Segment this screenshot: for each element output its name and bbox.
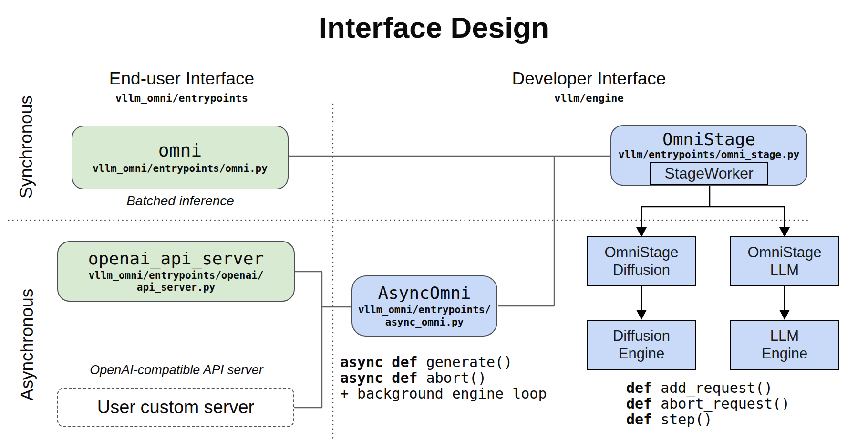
omni-stage-diffusion-line1: OmniStage xyxy=(604,244,678,262)
omni-stage-diffusion-box: OmniStage Diffusion xyxy=(587,236,696,286)
omni-stage-box: OmniStage vllm/entrypoints/omni_stage.py… xyxy=(610,125,807,186)
diffusion-engine-line2: Engine xyxy=(619,345,665,363)
code-line: def abort_request() xyxy=(626,396,790,411)
omnistage-line-to-asyncomni-connector xyxy=(498,156,554,306)
code-rest: abort() xyxy=(418,369,487,386)
async-omni-box: AsyncOmni vllm_omni/entrypoints/ async_o… xyxy=(351,275,497,337)
arrowhead-to-omnistage-llm xyxy=(779,227,790,237)
code-rest: abort_request() xyxy=(652,395,790,412)
code-rest: add_request() xyxy=(652,379,773,396)
code-line: def step() xyxy=(626,411,790,427)
openai-api-server-box: openai_api_server vllm_omni/entrypoints/… xyxy=(57,241,295,302)
code-rest: + background engine loop xyxy=(340,385,547,402)
batched-inference-caption: Batched inference xyxy=(85,193,276,209)
omni-box-path: vllm_omni/entrypoints/omni.py xyxy=(93,163,268,175)
openai-compatible-caption: OpenAI-compatible API server xyxy=(57,363,296,378)
diffusion-engine-box: Diffusion Engine xyxy=(587,320,696,370)
stage-worker-box: StageWorker xyxy=(650,162,768,185)
code-rest: generate() xyxy=(418,354,513,370)
llm-engine-box: LLM Engine xyxy=(730,320,839,370)
async-omni-path-line1: vllm_omni/entrypoints/ xyxy=(358,304,491,316)
code-keyword: def xyxy=(626,395,652,412)
arrowhead-to-llm-engine xyxy=(779,310,790,320)
code-keyword: def xyxy=(626,411,652,428)
interface-design-diagram: Interface Design End-user Interface vllm… xyxy=(0,0,868,442)
synchronous-row-label: Synchronous xyxy=(16,95,36,199)
code-rest: step() xyxy=(652,411,712,428)
async-omni-path-line2: async_omni.py xyxy=(385,316,464,328)
end-user-interface-heading: End-user Interface xyxy=(58,69,306,89)
code-keyword: def xyxy=(626,379,652,396)
end-user-interface-path: vllm_omni/entrypoints xyxy=(58,92,306,104)
code-line: async def abort() xyxy=(340,370,547,386)
stage-worker-label: StageWorker xyxy=(664,165,753,182)
openai-api-server-title: openai_api_server xyxy=(88,249,264,268)
llm-engine-line2: Engine xyxy=(762,345,808,363)
developer-interface-path: vllm/engine xyxy=(465,92,713,104)
code-keyword: async def xyxy=(340,354,418,370)
omni-stage-diffusion-line2: Diffusion xyxy=(613,262,670,279)
omni-stage-title: OmniStage xyxy=(662,130,755,149)
omni-stage-llm-box: OmniStage LLM xyxy=(730,236,839,286)
asynchronous-row-label: Asynchronous xyxy=(17,289,37,400)
diffusion-engine-line1: Diffusion xyxy=(613,327,670,345)
code-keyword: async def xyxy=(340,369,418,386)
user-custom-server-label: User custom server xyxy=(97,397,254,418)
omni-stage-llm-line2: LLM xyxy=(770,262,799,279)
engine-api-code-block: def add_request() def abort_request() de… xyxy=(626,380,790,427)
stageworker-branch-horizontal xyxy=(641,207,785,228)
omni-stage-path: vllm/entrypoints/omni_stage.py xyxy=(619,149,799,161)
async-api-code-block: async def generate() async def abort() +… xyxy=(340,354,547,401)
openai-api-server-path-line2: api_server.py xyxy=(137,282,215,294)
async-omni-title: AsyncOmni xyxy=(378,284,471,303)
developer-interface-heading: Developer Interface xyxy=(465,69,713,89)
code-line: async def generate() xyxy=(340,354,547,370)
code-line: + background engine loop xyxy=(340,386,547,401)
arrowhead-to-diffusion-engine xyxy=(636,310,647,320)
omni-box-title: omni xyxy=(158,140,202,161)
code-line: def add_request() xyxy=(626,380,790,396)
page-title: Interface Design xyxy=(0,11,868,44)
omni-box: omni vllm_omni/entrypoints/omni.py xyxy=(72,126,289,189)
user-custom-server-box: User custom server xyxy=(57,388,294,427)
omni-stage-llm-line1: OmniStage xyxy=(747,244,821,262)
openai-api-server-path-line1: vllm_omni/entrypoints/openai/ xyxy=(89,270,264,282)
llm-engine-line1: LLM xyxy=(770,327,799,345)
arrowhead-to-omnistage-diffusion xyxy=(636,227,647,237)
